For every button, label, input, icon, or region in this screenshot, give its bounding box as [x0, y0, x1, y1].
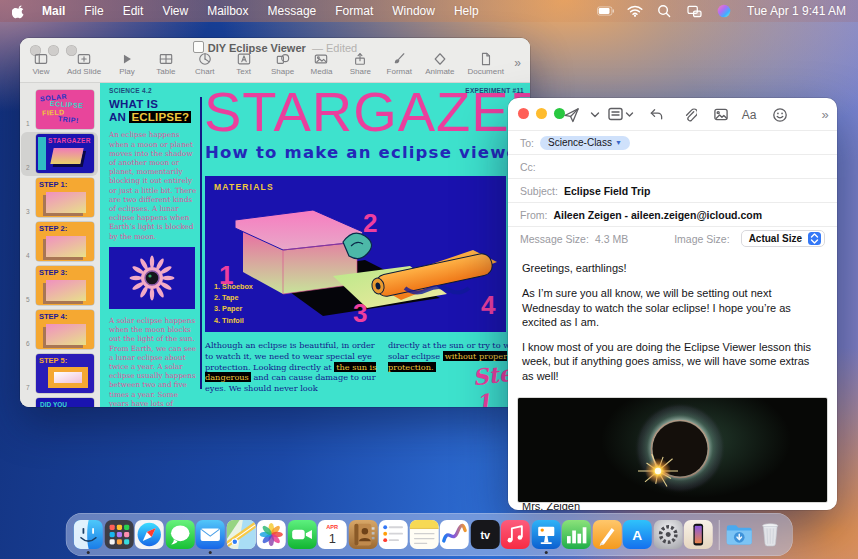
minimize-button[interactable]: [536, 108, 547, 119]
image-size-select[interactable]: Actual Size: [741, 230, 825, 247]
undo-button[interactable]: [647, 106, 665, 123]
eclipse-photo-attachment[interactable]: [518, 398, 827, 502]
mail-traffic-lights: [518, 108, 565, 119]
attach-file-button[interactable]: [680, 106, 698, 123]
toolbar-view[interactable]: View: [28, 52, 54, 76]
header-fields-button[interactable]: [608, 106, 634, 123]
slide-thumbnail-8[interactable]: 8DID YOU KNOW...: [20, 396, 100, 407]
toolbar-play[interactable]: Play: [114, 52, 140, 76]
format-button[interactable]: Aa: [740, 106, 758, 123]
from-field[interactable]: From: Aileen Zeigen - aileen.zeigen@iclo…: [508, 202, 837, 226]
slide-thumbnail-5[interactable]: 5STEP 3:: [20, 264, 100, 308]
slide-thumbnail-preview[interactable]: STEP 1:: [36, 178, 94, 217]
dock-reminders-icon[interactable]: [379, 520, 408, 549]
dock-music-icon[interactable]: [501, 520, 530, 549]
dock-photos-icon[interactable]: [257, 520, 286, 549]
menu-message[interactable]: Message: [268, 4, 317, 18]
menu-edit[interactable]: Edit: [123, 4, 144, 18]
slide-thumbnail-4[interactable]: 4STEP 2:: [20, 220, 100, 264]
slide-thumbnail-preview[interactable]: STEP 2:: [36, 222, 94, 261]
toolbar-table[interactable]: Table: [153, 52, 179, 76]
toolbar-format[interactable]: Format: [386, 52, 412, 76]
menu-window[interactable]: Window: [392, 4, 435, 18]
toolbar-add-slide[interactable]: Add Slide: [67, 52, 101, 76]
column-divider: [200, 97, 202, 389]
heading-highlight: ECLIPSE?: [129, 111, 191, 123]
slide-thumbnail-preview[interactable]: STEP 3:: [36, 266, 94, 305]
menu-mailbox[interactable]: Mailbox: [207, 4, 248, 18]
menu-mail[interactable]: Mail: [42, 4, 65, 18]
dock-contacts-icon[interactable]: [348, 520, 377, 549]
cc-field[interactable]: Cc:: [508, 154, 837, 178]
toolbar-document[interactable]: Document: [467, 52, 503, 76]
dock-maps-icon[interactable]: [226, 520, 255, 549]
emoji-button[interactable]: [771, 106, 789, 123]
slide-thumbnail-preview[interactable]: STARGAZER: [36, 134, 94, 173]
send-options-chevron[interactable]: [586, 106, 604, 123]
recipient-token[interactable]: Science-Class▼: [540, 136, 630, 150]
toolbar-animate[interactable]: Animate: [425, 52, 454, 76]
dock-iphone-mirroring-icon[interactable]: [684, 520, 713, 549]
slide-question-heading: WHAT IS AN ECLIPSE?: [109, 98, 197, 123]
send-button[interactable]: [562, 106, 580, 123]
toolbar-overflow-button[interactable]: »: [514, 56, 521, 70]
dock-settings-icon[interactable]: [653, 520, 682, 549]
dock-pages-icon[interactable]: [592, 520, 621, 549]
toolbar-shape[interactable]: Shape: [270, 52, 296, 76]
toolbar-text[interactable]: Text: [231, 52, 257, 76]
slide-thumbnail-2[interactable]: 2STARGAZER: [20, 132, 100, 176]
keynote-titlebar: DIY Eclipse Viewer — Edited ViewAdd Slid…: [20, 38, 530, 83]
battery-icon[interactable]: [597, 4, 614, 19]
menu-help[interactable]: Help: [454, 4, 479, 18]
text-icon: [237, 52, 251, 66]
materials-list-item: 1. Shoebox: [214, 281, 253, 292]
slide-canvas[interactable]: SCIENCE 4.2 EXPERIMENT #11 WHAT IS AN EC…: [100, 83, 530, 407]
dock-tv-icon[interactable]: tv: [470, 520, 499, 549]
menu-format[interactable]: Format: [335, 4, 373, 18]
slide-thumbnail-6[interactable]: 6STEP 4:: [20, 308, 100, 352]
dock-downloads-icon[interactable]: [725, 520, 754, 549]
toolbar-chart[interactable]: Chart: [192, 52, 218, 76]
slide-thumbnail-preview[interactable]: STEP 4:: [36, 310, 94, 349]
dock-notes-icon[interactable]: [409, 520, 438, 549]
control-center-icon[interactable]: [687, 4, 704, 19]
toolbar-share[interactable]: Share: [347, 52, 373, 76]
subject-field[interactable]: Subject: Eclipse Field Trip: [508, 178, 837, 202]
slide-thumbnail-1[interactable]: 1SOLARECLIPSEFIELDTRIP!: [20, 88, 100, 132]
dock-freeform-icon[interactable]: [440, 520, 469, 549]
wifi-icon[interactable]: [627, 4, 644, 19]
dock-numbers-icon[interactable]: [562, 520, 591, 549]
close-button[interactable]: [518, 108, 529, 119]
materials-list-item: 4. Tinfoil: [214, 315, 253, 326]
menu-bar-clock[interactable]: Tue Apr 1 9:41 AM: [747, 4, 846, 18]
toolbar-media[interactable]: Media: [308, 52, 334, 76]
toolbar-overflow-button[interactable]: »: [816, 106, 834, 123]
dock-launchpad-icon[interactable]: [104, 520, 133, 549]
thumb-illustration: [46, 324, 86, 345]
dock-facetime-icon[interactable]: [287, 520, 316, 549]
dock-mail-icon[interactable]: [196, 520, 225, 549]
dock-finder-icon[interactable]: [74, 520, 103, 549]
dock-calendar-icon[interactable]: APR1: [318, 520, 347, 549]
slide-thumbnail-7[interactable]: 7STEP 5:: [20, 352, 100, 396]
menu-file[interactable]: File: [84, 4, 103, 18]
toolbar-label: Table: [156, 67, 175, 76]
dock-safari-icon[interactable]: [135, 520, 164, 549]
dock-trash-icon[interactable]: [755, 520, 784, 549]
dock-messages-icon[interactable]: [165, 520, 194, 549]
insert-photo-button[interactable]: [712, 106, 730, 123]
menu-view[interactable]: View: [162, 4, 188, 18]
apple-menu-icon[interactable]: [12, 4, 26, 19]
slide-thumbnail-preview[interactable]: STEP 5:: [36, 354, 94, 393]
toolbar-label: Chart: [195, 67, 215, 76]
to-field[interactable]: To: Science-Class▼: [508, 130, 837, 154]
slide-thumbnail-preview[interactable]: DID YOU KNOW...: [36, 398, 94, 407]
dock-divider: [718, 520, 719, 550]
dock-app-store-icon[interactable]: A: [623, 520, 652, 549]
slide-thumbnail-preview[interactable]: SOLARECLIPSEFIELDTRIP!: [36, 90, 94, 129]
slide-thumbnail-3[interactable]: 3STEP 1:: [20, 176, 100, 220]
siri-icon[interactable]: [717, 4, 734, 19]
dock-keynote-icon[interactable]: [531, 520, 560, 549]
thumb-title: STEP 4:: [39, 312, 67, 321]
search-icon[interactable]: [657, 4, 674, 19]
